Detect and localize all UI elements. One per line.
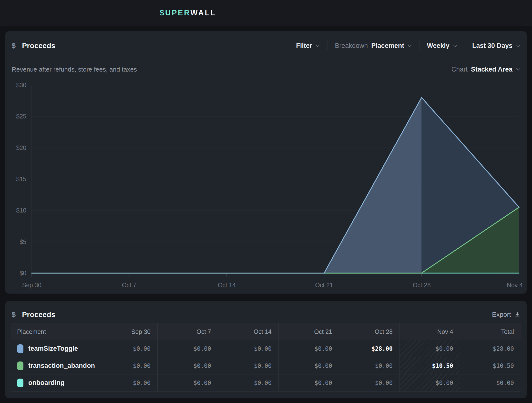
superwall-logo: $UPERWALL bbox=[160, 9, 216, 17]
placement-name: transaction_abandon bbox=[28, 362, 95, 370]
download-icon bbox=[514, 311, 520, 318]
column-header: Nov 4 bbox=[400, 323, 460, 340]
placement-name: teamSizeToggle bbox=[28, 345, 78, 352]
x-tick-label: Oct 14 bbox=[210, 281, 244, 289]
table-row-teamSizeToggle[interactable]: teamSizeToggle bbox=[11, 340, 97, 357]
y-tick-label: $0 bbox=[5, 269, 26, 277]
stacked-area-chart[interactable]: $30 $25 $20 $15 $10 $5 $0 Sep 30 Oct 7 O… bbox=[5, 83, 527, 291]
chevron-down-icon bbox=[316, 44, 320, 47]
chart-subtitle: Revenue after refunds, store fees, and t… bbox=[12, 66, 137, 73]
column-header: Sep 30 bbox=[97, 323, 158, 340]
column-header: Oct 7 bbox=[158, 323, 218, 340]
filter-dropdown[interactable]: Filter bbox=[296, 42, 320, 50]
y-tick-label: $20 bbox=[5, 144, 26, 151]
column-header-placement: Placement bbox=[11, 323, 97, 340]
table-cell: $0.00 bbox=[279, 357, 339, 374]
y-tick-label: $30 bbox=[5, 81, 26, 89]
column-header: Oct 28 bbox=[339, 323, 400, 340]
table-cell: $0.00 bbox=[339, 357, 400, 374]
table-cell: $0.00 bbox=[279, 340, 339, 357]
x-tick-label: Oct 28 bbox=[405, 281, 439, 289]
table-cell: $0.00 bbox=[158, 374, 218, 392]
x-tick-label: Oct 7 bbox=[112, 281, 146, 289]
table-cell: $0.00 bbox=[158, 357, 218, 374]
y-tick-label: $5 bbox=[5, 238, 26, 245]
table-cell: $0.00 bbox=[218, 374, 279, 392]
table-cell: $28.00 bbox=[339, 340, 400, 357]
chart-subheader: Revenue after refunds, store fees, and t… bbox=[5, 65, 527, 74]
breakdown-dropdown[interactable]: Breakdown Placement bbox=[335, 42, 412, 50]
proceeds-chart-panel: $ Proceeds Filter Breakdown Placement We… bbox=[5, 31, 527, 294]
topbar: $UPERWALL bbox=[0, 0, 532, 26]
chevron-down-icon bbox=[516, 68, 520, 71]
table-title: Proceeds bbox=[22, 310, 55, 319]
table-cell: $0.00 bbox=[218, 357, 279, 374]
y-tick-label: $25 bbox=[5, 113, 26, 120]
logo-secondary: WALL bbox=[190, 9, 216, 17]
chart-type-value: Stacked Area bbox=[471, 66, 512, 73]
table-panel-header: $ Proceeds Export bbox=[5, 301, 527, 320]
chevron-down-icon bbox=[453, 44, 457, 47]
column-header: Oct 14 bbox=[218, 323, 279, 340]
interval-dropdown[interactable]: Weekly bbox=[427, 42, 457, 50]
series-swatch bbox=[17, 344, 23, 353]
series-swatch bbox=[17, 361, 23, 370]
table-cell-total: $0.00 bbox=[460, 374, 521, 392]
chart-panel-header: $ Proceeds Filter Breakdown Placement We… bbox=[5, 31, 527, 51]
breakdown-value: Placement bbox=[371, 42, 404, 50]
table-cell: $0.00 bbox=[339, 374, 400, 392]
chart-controls: Filter Breakdown Placement Weekly Last 3… bbox=[296, 41, 520, 50]
table-row-onboarding[interactable]: onboarding bbox=[11, 374, 97, 392]
chart-type-dropdown[interactable]: Chart Stacked Area bbox=[451, 66, 520, 73]
table-cell-total: $28.00 bbox=[460, 340, 521, 357]
table-cell-incomplete-period: $10.50 bbox=[400, 357, 460, 374]
table-cell: $0.00 bbox=[279, 374, 339, 392]
date-range-dropdown[interactable]: Last 30 Days bbox=[472, 42, 520, 50]
divider bbox=[465, 41, 465, 50]
export-label: Export bbox=[492, 311, 511, 318]
chevron-down-icon bbox=[408, 44, 412, 47]
logo-primary: $UPER bbox=[160, 9, 190, 17]
interval-value: Weekly bbox=[427, 42, 450, 50]
table-cell-total: $10.50 bbox=[460, 357, 521, 374]
x-tick-label: Sep 30 bbox=[15, 281, 49, 289]
proceeds-table-panel: $ Proceeds Export Placement Sep 30 Oct 7… bbox=[5, 301, 527, 398]
dollar-icon: $ bbox=[12, 42, 16, 50]
x-tick-label: Oct 21 bbox=[307, 281, 341, 289]
page-title: Proceeds bbox=[22, 42, 55, 50]
series-swatch bbox=[17, 379, 23, 387]
placement-name: onboarding bbox=[28, 379, 64, 387]
y-tick-label: $15 bbox=[5, 175, 26, 183]
table-row-transaction_abandon[interactable]: transaction_abandon bbox=[11, 357, 97, 374]
divider bbox=[419, 41, 419, 50]
filter-label: Filter bbox=[296, 42, 312, 50]
x-tick-label: Nov 4 bbox=[507, 281, 523, 289]
y-tick-label: $10 bbox=[5, 207, 26, 214]
divider bbox=[327, 41, 327, 50]
table-cell: $0.00 bbox=[97, 340, 158, 357]
table-cell: $0.00 bbox=[218, 340, 279, 357]
proceeds-table: Placement Sep 30 Oct 7 Oct 14 Oct 21 Oct… bbox=[11, 323, 521, 392]
table-cell-incomplete-period: $0.00 bbox=[400, 340, 460, 357]
chevron-down-icon bbox=[516, 44, 520, 47]
export-button[interactable]: Export bbox=[492, 311, 520, 318]
stacked-area-svg[interactable] bbox=[5, 83, 527, 291]
chart-type-label: Chart bbox=[451, 66, 468, 73]
breakdown-label: Breakdown bbox=[335, 42, 368, 50]
column-header-total: Total bbox=[460, 323, 521, 340]
table-cell: $0.00 bbox=[97, 374, 158, 392]
date-range-value: Last 30 Days bbox=[472, 42, 512, 50]
dollar-icon: $ bbox=[12, 311, 16, 319]
table-cell: $0.00 bbox=[97, 357, 158, 374]
table-cell-incomplete-period: $0.00 bbox=[400, 374, 460, 392]
column-header: Oct 21 bbox=[279, 323, 339, 340]
table-cell: $0.00 bbox=[158, 340, 218, 357]
